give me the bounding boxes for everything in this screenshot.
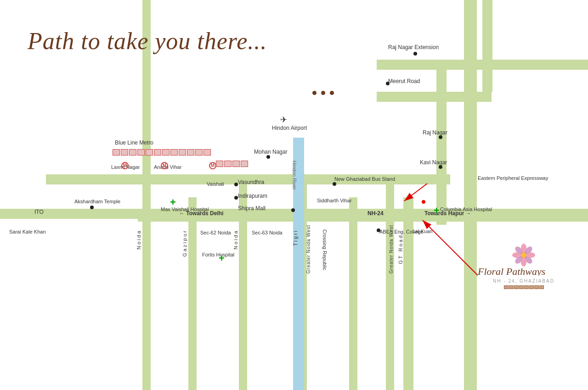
hindon-river-label: Hindon River [292, 161, 297, 190]
blue-line-metro-label: Blue Line Metro [115, 139, 153, 146]
meerut-road-label: Meerut Road [388, 78, 420, 84]
meerut-road-dot [386, 82, 390, 85]
kavi-nagar-label: Kavi Nagar [420, 159, 447, 166]
svg-rect-9 [349, 197, 357, 390]
new-ghz-bus-dot [333, 182, 336, 186]
map-container: Path to take you there... [0, 0, 588, 390]
metro-symbol-anand: M [161, 161, 168, 169]
raj-nagar-ext-label: Raj Nagar Extension [388, 44, 439, 50]
vaishali-label: Vaishali [207, 181, 224, 187]
sec63-label: Sec-63 Noida [252, 229, 283, 236]
indirapuram-dot [234, 196, 238, 200]
max-vaishali-cross: + [170, 196, 176, 208]
svg-rect-17 [46, 174, 152, 184]
metro-symbol-vaishali: M [209, 161, 216, 169]
max-vaishali-label: Max Vaishali Hospital [161, 206, 209, 212]
nh24-label: NH-24 [368, 210, 384, 217]
sec62-label: Sec-62 Noida [200, 229, 231, 236]
raj-nagar-label: Raj Nagar [423, 129, 447, 136]
svg-rect-4 [482, 0, 492, 92]
mohan-nagar-dot [266, 155, 270, 159]
vasundhra-label: Vasundhra [238, 179, 264, 185]
noida-road2-label: Noida [233, 229, 238, 250]
fortis-cross: + [219, 252, 225, 264]
metro-symbol-laxmi: M [121, 161, 129, 169]
svg-rect-18 [0, 209, 152, 219]
gazipur-label: Gazipur [182, 229, 187, 257]
title-dots [312, 91, 334, 95]
svg-line-20 [404, 184, 427, 201]
hindon-airport-label: Hindon Airport [272, 125, 307, 131]
ito-label: ITO [34, 209, 44, 215]
crossing-republic-label: Crossing Republic [322, 229, 328, 270]
new-ghz-bus-label: New Ghaziabad Bus Stand [334, 176, 395, 183]
gt-road-label: GT Road [398, 234, 403, 264]
airport-icon: ✈ [280, 115, 287, 125]
logo-area: Floral Pathways NH - 24, GHAZIABAD [478, 234, 570, 289]
abes-dot [377, 228, 380, 232]
svg-point-31 [521, 252, 526, 258]
svg-rect-5 [142, 197, 151, 390]
svg-rect-6 [188, 197, 197, 390]
map-svg [0, 0, 588, 390]
logo-svg: Floral Pathways [478, 234, 570, 276]
indirapuram-label: Indirapuram [238, 193, 267, 199]
page-title: Path to take you there... [28, 28, 267, 55]
metro-track [113, 149, 211, 156]
raj-nagar-ext-dot [413, 52, 417, 56]
eastern-peripheral-label: Eastern Peripheral Expressway [478, 174, 548, 182]
shipra-mall-label: Shipra Mall [238, 205, 266, 212]
sarai-kale-khan-label: Sarai Kale Khan [9, 228, 46, 235]
logo-subtitle: NH - 24, GHAZIABAD [478, 279, 570, 284]
greater-noida-west1-label: Greater Noida West [305, 225, 312, 273]
vasundhra-dot [234, 183, 238, 186]
shipra-mall-dot [291, 208, 295, 212]
logo-track [478, 285, 570, 289]
raj-nagar-dot [439, 135, 442, 139]
noida-road1-label: Noida [136, 229, 141, 250]
svg-text:Floral Pathways: Floral Pathways [478, 266, 545, 276]
metro-track-right [216, 161, 248, 167]
svg-rect-11 [436, 60, 447, 225]
kavi-nagar-dot [439, 165, 442, 169]
akshardham-label: Akshardham Temple [74, 198, 120, 205]
svg-rect-13 [377, 92, 492, 102]
svg-rect-0 [464, 0, 477, 390]
akshardham-dot [90, 206, 94, 209]
mohan-nagar-label: Mohan Nagar [254, 149, 288, 155]
svg-rect-12 [377, 60, 473, 70]
tigri-label: Tigri [293, 229, 298, 246]
siddharth-vihar-label: Siddharth Vihar [317, 197, 352, 204]
